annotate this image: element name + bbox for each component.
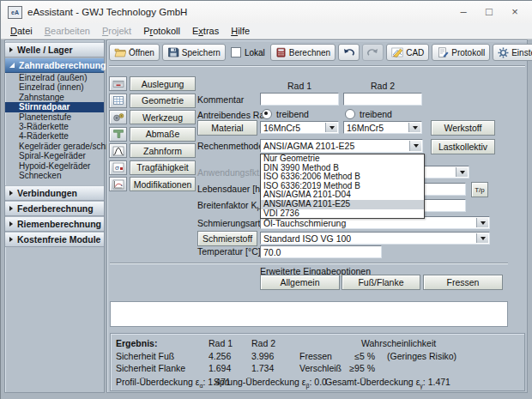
material-rad1-select[interactable]: 16MnCr5	[260, 121, 339, 134]
maximize-button[interactable]: □	[476, 1, 502, 23]
caliper-icon	[112, 129, 124, 139]
open-button[interactable]: Öffnen	[109, 44, 160, 61]
redo-button	[362, 44, 384, 61]
checkbox-box	[231, 47, 241, 57]
werkstoff-button[interactable]: Werkstoff	[431, 120, 495, 136]
abmasse-button[interactable]: Abmaße	[130, 127, 196, 142]
rechenmethode-label: Rechenmethode	[197, 141, 263, 151]
temperatur-input[interactable]	[260, 245, 382, 258]
grid-icon	[112, 95, 124, 106]
sprung-ueberdeckung-value: Sprung-Überdeckung εβ: 0.0	[214, 377, 327, 389]
modifikationen-icon-button[interactable]	[109, 177, 127, 191]
rad2-column-header: Rad 2	[343, 81, 422, 91]
main-panel: Öffnen Speichern Lokal Berechnen	[106, 39, 528, 393]
tooth-profile-icon	[112, 146, 124, 156]
local-checkbox[interactable]: Lokal	[228, 47, 268, 57]
material-button[interactable]: Material	[197, 120, 257, 136]
sidebar-section-verbindungen[interactable]: Verbindungen	[5, 185, 104, 201]
sidebar-item-schnecken[interactable]: Schnecken	[5, 171, 104, 180]
section-separator	[110, 263, 508, 264]
geometrie-button[interactable]: Geometrie	[130, 94, 196, 108]
sidebar-item-3-raederkette[interactable]: 3-Räderkette	[5, 122, 104, 131]
tragfaehigkeit-button[interactable]: Tragfähigkeit	[130, 160, 196, 175]
dropdown-option-selected[interactable]: ANSI/AGMA 2101-E25	[261, 200, 424, 209]
sicherheit-fuss-rad1-value: 4.256	[209, 351, 231, 361]
menu-datei[interactable]: Datei	[4, 25, 39, 37]
app-window: eA eAssistant - GWJ Technology GmbH – □ …	[0, 0, 532, 399]
document-pencil-icon	[437, 47, 449, 57]
design-icon	[112, 79, 124, 89]
close-button[interactable]: ×	[502, 1, 528, 23]
fuss-flanke-button[interactable]: Fuß/Flanke	[342, 275, 420, 290]
sidebar-section-riemenberechnung[interactable]: Riemenberechnung	[5, 216, 104, 232]
sidebar-section-federberechnung[interactable]: Federberechnung	[5, 201, 104, 216]
tp-button[interactable]: T/p	[471, 182, 488, 197]
kommentar-rad1-input[interactable]	[260, 93, 339, 106]
cad-button[interactable]: CAD	[386, 44, 429, 61]
fressen-risk-note: (Geringes Risiko)	[387, 351, 456, 361]
zahnform-button[interactable]: Zahnform	[130, 143, 196, 158]
sidebar-item-stirnradpaar[interactable]: Stirnradpaar	[5, 102, 104, 112]
chevron-down-icon	[325, 123, 337, 132]
menu-bar: Datei Bearbeiten Projekt Protokoll Extra…	[1, 23, 532, 39]
abmasse-icon-button[interactable]	[109, 127, 127, 142]
fressen-button[interactable]: Fressen	[423, 275, 503, 290]
sidebar-section-zahnradberechnung[interactable]: Zahnradberechnung	[5, 57, 104, 73]
rechenmethode-select[interactable]: ANSI/AGMA 2101-E25	[260, 139, 423, 153]
dropdown-option[interactable]: Nur Geometrie	[261, 154, 424, 164]
werkzeug-icon-button[interactable]	[109, 110, 127, 124]
sidebar-section-welle-lager[interactable]: Welle / Lager	[5, 42, 104, 57]
menu-protokoll[interactable]: Protokoll	[137, 25, 186, 37]
sidebar-item-planetenstufe[interactable]: Planetenstufe	[5, 112, 104, 122]
minimize-button[interactable]: –	[450, 1, 476, 23]
sidebar-item-hypoid-kegelraeder[interactable]: Hypoid-Kegelräder	[5, 161, 104, 171]
undo-arrow-icon	[343, 48, 354, 57]
wahrscheinlichkeit-header: Wahrscheinlichkeit	[361, 338, 436, 348]
sicherheit-fuss-rad2-value: 3.996	[251, 351, 274, 361]
modifikationen-button[interactable]: Modifikationen	[130, 177, 196, 191]
material-rad2-select[interactable]: 16MnCr5	[343, 121, 422, 134]
dropdown-option[interactable]: VDI 2736	[261, 209, 424, 219]
sidebar-item-4-raederkette[interactable]: 4-Räderkette	[5, 131, 104, 141]
zahnform-icon-button[interactable]	[109, 143, 127, 158]
chevron-down-icon	[408, 123, 420, 132]
auslegung-button[interactable]: Auslegung	[130, 76, 196, 91]
lastkollektiv-button[interactable]: Lastkollektiv	[431, 139, 495, 154]
chevron-down-icon	[456, 167, 468, 177]
protocol-button[interactable]: Protokoll	[432, 44, 490, 61]
message-area	[110, 301, 508, 327]
gears-icon	[112, 112, 124, 123]
menu-extras[interactable]: Extras	[186, 25, 225, 37]
treibend-rad1-radio[interactable]: treibend	[262, 109, 309, 119]
settings-button[interactable]: Einstellungen	[493, 44, 532, 61]
chevron-right-icon	[9, 47, 13, 52]
calculate-button[interactable]: Berechnen	[270, 44, 336, 61]
sidebar-item-zahnstange[interactable]: Zahnstange	[5, 93, 104, 102]
chevron-down-icon	[476, 218, 488, 227]
redo-arrow-icon	[367, 48, 378, 57]
werkzeug-button[interactable]: Werkzeug	[130, 110, 196, 124]
tragfaehigkeit-icon-button[interactable]: σ	[109, 160, 127, 175]
treibend-rad2-radio[interactable]: treibend	[345, 109, 392, 119]
sidebar-item-einzelrad-innen[interactable]: Einzelrad (innen)	[5, 82, 104, 92]
kommentar-rad2-input[interactable]	[343, 93, 422, 106]
save-button[interactable]: Speichern	[162, 44, 226, 61]
menu-hilfe[interactable]: Hilfe	[225, 25, 256, 37]
window-title: eAssistant - GWJ Technology GmbH	[27, 7, 187, 17]
sidebar-item-kegelraeder[interactable]: Kegelräder gerade/schräg	[5, 142, 104, 151]
allgemein-button[interactable]: Allgemein	[260, 275, 340, 290]
undo-button[interactable]	[338, 44, 360, 61]
sidebar-item-spiral-kegelraeder[interactable]: Spiral-Kegelräder	[5, 151, 104, 160]
schmierstoff-select[interactable]: Standard ISO VG 100	[260, 232, 490, 245]
sidebar-item-einzelrad-aussen[interactable]: Einzelrad (außen)	[5, 73, 104, 82]
ergebnis-title: Ergebnis:	[116, 338, 157, 348]
antreibendes-rad-label: Antreibendes Rad	[197, 110, 269, 120]
sicherheit-flanke-label: Sicherheit Flanke	[116, 363, 185, 373]
results-panel: Ergebnis: Rad 1 Rad 2 Wahrscheinlichkeit…	[110, 333, 525, 391]
results-rad1-header: Rad 1	[209, 338, 233, 348]
sidebar-section-kostenfreie-module[interactable]: Kostenfreie Module	[5, 232, 104, 247]
sicherheit-fuss-label: Sicherheit Fuß	[116, 351, 174, 361]
geometrie-icon-button[interactable]	[109, 94, 127, 108]
auslegung-icon-button[interactable]	[109, 76, 127, 91]
schmierstoff-button[interactable]: Schmierstoff	[197, 231, 257, 246]
